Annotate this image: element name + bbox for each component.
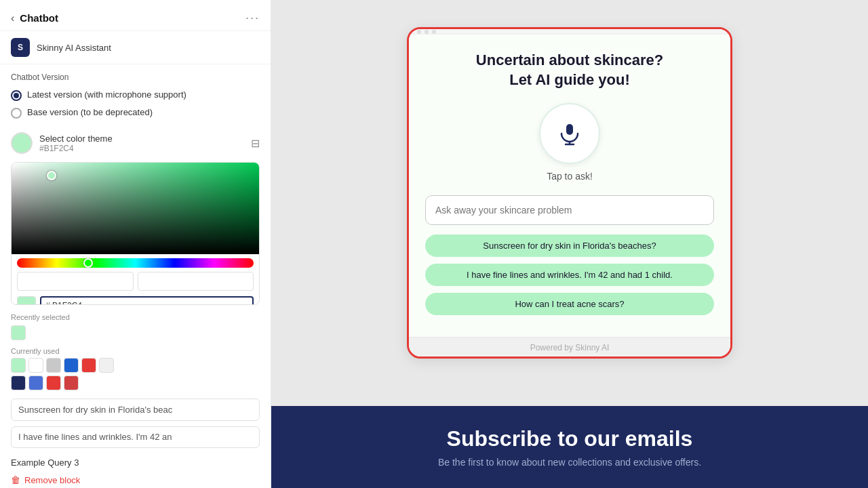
currently-used-label: Currently used bbox=[0, 344, 271, 357]
current-swatch-9[interactable] bbox=[64, 375, 79, 390]
chip-1[interactable]: I have fine lines and wrinkles. I'm 42 a… bbox=[425, 264, 714, 286]
chatbot-version-label: Chatbot Version bbox=[0, 64, 271, 86]
powered-by: Powered by Skinny AI bbox=[409, 337, 730, 357]
top-bar-dot-3 bbox=[432, 30, 436, 34]
widget-title-line1: Uncertain about skincare? bbox=[425, 51, 714, 70]
subscribe-title: Subscribe to our emails bbox=[298, 426, 841, 451]
spectrum-handle[interactable] bbox=[83, 258, 93, 268]
current-swatch-7[interactable] bbox=[28, 375, 43, 390]
radio-base[interactable] bbox=[11, 108, 22, 119]
color-theme-hex: #B1F2C4 bbox=[39, 144, 113, 153]
panel-header-left: ‹ Chatbot bbox=[11, 12, 58, 24]
radio-item-latest[interactable]: Latest version (with microphone support) bbox=[11, 89, 260, 101]
svg-rect-0 bbox=[566, 124, 573, 135]
widget-title-line2: Let AI guide you! bbox=[425, 70, 714, 90]
panel-header: ‹ Chatbot ··· bbox=[0, 0, 271, 31]
assistant-row: S Skinny AI Assistant bbox=[0, 31, 271, 64]
radio-label-latest: Latest version (with microphone support) bbox=[27, 89, 186, 101]
radio-item-base[interactable]: Base version (to be deprecated) bbox=[11, 106, 260, 119]
hex-input[interactable] bbox=[40, 296, 254, 305]
opacity-input-1[interactable] bbox=[17, 272, 134, 291]
chatbot-preview-area: Uncertain about skincare? Let AI guide y… bbox=[271, 0, 868, 406]
recent-swatch-0[interactable] bbox=[11, 325, 26, 340]
trash-icon: 🗑 bbox=[11, 474, 20, 485]
widget-top-bar bbox=[409, 29, 730, 35]
widget-heading: Uncertain about skincare? Let AI guide y… bbox=[425, 51, 714, 89]
mic-button[interactable] bbox=[539, 103, 600, 164]
query-stub-2: I have fine lines and wrinkles. I'm 42 a… bbox=[11, 426, 260, 448]
top-bar-dot-1 bbox=[417, 30, 421, 34]
radio-label-base: Base version (to be deprecated) bbox=[27, 106, 153, 119]
color-swatch[interactable] bbox=[11, 132, 33, 154]
color-theme-label: Select color theme bbox=[39, 134, 113, 144]
spectrum-bar-container bbox=[12, 254, 259, 269]
chatbot-version-options: Latest version (with microphone support)… bbox=[0, 86, 271, 127]
chatbot-widget: Uncertain about skincare? Let AI guide y… bbox=[407, 27, 732, 359]
current-swatch-5[interactable] bbox=[99, 358, 114, 373]
remove-block-row[interactable]: 🗑 Remove block bbox=[0, 472, 271, 488]
current-swatch-0[interactable] bbox=[11, 358, 26, 373]
radio-latest[interactable] bbox=[11, 90, 22, 101]
more-options-icon[interactable]: ··· bbox=[245, 11, 260, 25]
query-stub-1: Sunscreen for dry skin in Florida's beac bbox=[11, 399, 260, 420]
current-swatch-2[interactable] bbox=[46, 358, 61, 373]
avatar: S bbox=[11, 38, 30, 57]
mic-button-wrapper: Tap to ask! bbox=[425, 103, 714, 182]
top-bar-dot-2 bbox=[425, 30, 429, 34]
color-picker[interactable] bbox=[11, 162, 260, 305]
current-swatch-4[interactable] bbox=[81, 358, 96, 373]
chip-2[interactable]: How can I treat acne scars? bbox=[425, 293, 714, 315]
color-theme-left: Select color theme #B1F2C4 bbox=[11, 132, 113, 154]
current-swatch-8[interactable] bbox=[46, 375, 61, 390]
example-query-label: Example Query 3 bbox=[0, 451, 271, 472]
recently-selected-label: Recently selected bbox=[0, 310, 271, 324]
hex-input-row bbox=[12, 293, 259, 305]
current-swatch-3[interactable] bbox=[64, 358, 79, 373]
suggestion-chips: Sunscreen for dry skin in Florida's beac… bbox=[425, 235, 714, 315]
database-icon[interactable]: ⊟ bbox=[251, 137, 260, 150]
color-theme-row: Select color theme #B1F2C4 ⊟ bbox=[0, 127, 271, 159]
right-panel: Uncertain about skincare? Let AI guide y… bbox=[271, 0, 868, 488]
hex-swatch bbox=[17, 296, 36, 305]
subscribe-section: Subscribe to our emails Be the first to … bbox=[271, 406, 868, 488]
recently-selected-swatches bbox=[0, 324, 271, 344]
back-icon[interactable]: ‹ bbox=[11, 12, 14, 24]
current-swatch-1[interactable] bbox=[28, 358, 43, 373]
color-theme-text: Select color theme #B1F2C4 bbox=[39, 134, 113, 153]
tap-label: Tap to ask! bbox=[547, 171, 593, 182]
subscribe-subtitle: Be the first to know about new collectio… bbox=[298, 457, 841, 468]
mic-icon bbox=[557, 121, 582, 146]
spectrum-bar[interactable] bbox=[17, 258, 254, 268]
chip-0[interactable]: Sunscreen for dry skin in Florida's beac… bbox=[425, 235, 714, 257]
current-swatches-row-2 bbox=[11, 375, 260, 390]
assistant-name: Skinny AI Assistant bbox=[37, 43, 111, 53]
current-swatches-row-1 bbox=[11, 358, 260, 373]
gradient-handle[interactable] bbox=[47, 171, 56, 180]
left-panel: ‹ Chatbot ··· S Skinny AI Assistant Chat… bbox=[0, 0, 271, 488]
opacity-input-row bbox=[12, 269, 259, 293]
opacity-input-2[interactable] bbox=[138, 272, 254, 291]
gradient-area[interactable] bbox=[12, 163, 259, 254]
skincare-search-input[interactable] bbox=[425, 195, 714, 225]
panel-title: Chatbot bbox=[20, 12, 58, 24]
widget-body: Uncertain about skincare? Let AI guide y… bbox=[409, 35, 730, 337]
current-swatches-grid bbox=[0, 357, 271, 396]
current-swatch-6[interactable] bbox=[11, 375, 26, 390]
remove-block-label[interactable]: Remove block bbox=[24, 475, 80, 485]
